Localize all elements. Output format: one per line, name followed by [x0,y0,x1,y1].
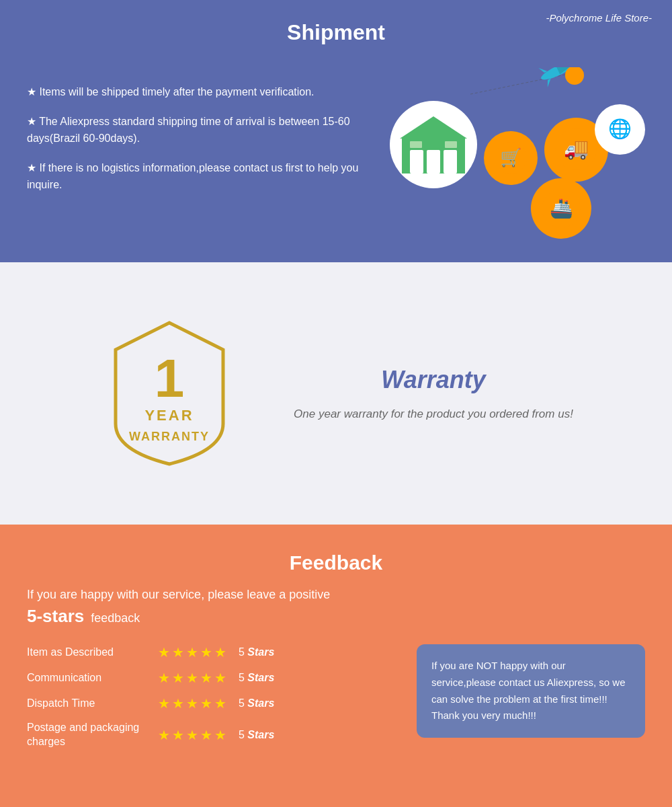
stars-2: ★ ★ ★ ★ ★ [158,695,226,712]
svg-text:YEAR: YEAR [145,407,194,424]
stars-count-1: 5 Stars [239,672,274,684]
plane-icon [470,67,591,108]
svg-text:🌐: 🌐 [608,118,632,140]
svg-text:🚢: 🚢 [550,197,573,219]
star-icon: ★ [214,695,226,712]
star-icon: ★ [200,670,212,686]
shipment-point-1: Items will be shipped timely after the p… [27,83,390,101]
shipment-point-2: The Aliexpress standard shipping time of… [27,113,390,147]
warranty-text-block: Warranty One year warranty for the produ… [294,366,573,421]
star-icon: ★ [172,727,184,743]
svg-rect-12 [410,141,422,148]
rating-row-dispatch: Dispatch Time ★ ★ ★ ★ ★ 5 Stars [27,695,396,712]
stars-0: ★ ★ ★ ★ ★ [158,644,226,660]
feedback-title: Feedback [27,551,645,574]
svg-rect-9 [410,150,423,174]
stars-count-0: 5 Stars [239,646,274,658]
shipment-title: Shipment [27,20,645,45]
svg-rect-10 [427,150,440,174]
star-icon: ★ [200,695,212,712]
svg-text:🛒: 🛒 [500,147,522,168]
svg-rect-13 [445,141,457,148]
five-stars-bold: 5-stars [27,606,84,626]
star-icon: ★ [214,670,226,686]
warranty-badge-svg: 1 YEAR WARRANTY [99,316,240,471]
feedback-body: Item as Described ★ ★ ★ ★ ★ 5 Stars Comm… [27,644,645,759]
svg-text:1: 1 [155,348,185,408]
feedback-not-happy-text: If you are NOT happy with our service,pl… [431,660,625,721]
star-icon: ★ [200,727,212,743]
star-icon: ★ [158,644,170,660]
warranty-description: One year warranty for the product you or… [294,408,573,421]
star-icon: ★ [214,727,226,743]
cart-icon: 🛒 [484,131,538,185]
rating-row-item-described: Item as Described ★ ★ ★ ★ ★ 5 Stars [27,644,396,660]
five-stars-line: 5-stars feedback [27,606,645,627]
warranty-title: Warranty [294,366,573,394]
feedback-not-happy-box: If you are NOT happy with our service,pl… [417,644,645,738]
shipment-content: Items will be shipped timely after the p… [27,64,645,225]
rating-label-3: Postage and packaging charges [27,721,151,749]
star-icon: ★ [186,695,198,712]
globe-icon: 🌐 [595,104,645,155]
star-icon: ★ [158,695,170,712]
stars-1: ★ ★ ★ ★ ★ [158,670,226,686]
stars-count-2: 5 Stars [239,697,274,709]
star-icon: ★ [172,695,184,712]
rating-row-postage: Postage and packaging charges ★ ★ ★ ★ ★ … [27,721,396,749]
rating-label-0: Item as Described [27,646,151,658]
feedback-section: Feedback If you are happy with our servi… [0,525,672,807]
svg-text:🚚: 🚚 [564,137,589,161]
ratings-table: Item as Described ★ ★ ★ ★ ★ 5 Stars Comm… [27,644,396,759]
ship-icon: 🚢 [531,178,591,239]
star-icon: ★ [186,670,198,686]
star-icon: ★ [200,644,212,660]
star-icon: ★ [158,670,170,686]
shipment-text: Items will be shipped timely after the p… [27,83,390,206]
warranty-section: 1 YEAR WARRANTY Warranty One year warran… [0,262,672,525]
star-icon: ★ [186,644,198,660]
shipment-point-3: If there is no logistics information,ple… [27,159,390,194]
svg-rect-11 [444,150,457,174]
svg-marker-4 [545,79,554,87]
warranty-badge: 1 YEAR WARRANTY [99,316,240,471]
stars-count-3: 5 Stars [239,729,274,741]
warehouse-icon [390,101,477,188]
store-name: -Polychrome Life Store- [546,12,652,24]
star-icon: ★ [186,727,198,743]
feedback-stars-suffix: feedback [91,611,140,625]
star-icon: ★ [172,670,184,686]
star-icon: ★ [214,644,226,660]
logistics-illustration: 🛒 🚚 🌐 🚢 [390,64,645,225]
feedback-intro: If you are happy with our service, pleas… [27,588,645,602]
svg-point-6 [565,67,584,85]
star-icon: ★ [172,644,184,660]
rating-label-1: Communication [27,672,151,684]
svg-text:WARRANTY: WARRANTY [129,430,210,443]
shipment-section: -Polychrome Life Store- Shipment Items w… [0,0,672,262]
rating-row-communication: Communication ★ ★ ★ ★ ★ 5 Stars [27,670,396,686]
star-icon: ★ [158,727,170,743]
stars-3: ★ ★ ★ ★ ★ [158,727,226,743]
rating-label-2: Dispatch Time [27,697,151,709]
svg-marker-7 [400,116,467,139]
